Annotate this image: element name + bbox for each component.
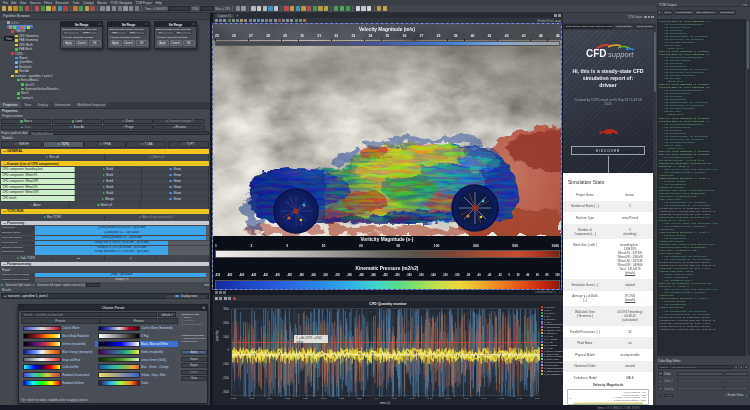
svg-text:support: support	[608, 50, 634, 59]
svg-text:value: value	[296, 340, 304, 344]
svg-text:CFD: CFD	[586, 48, 607, 59]
